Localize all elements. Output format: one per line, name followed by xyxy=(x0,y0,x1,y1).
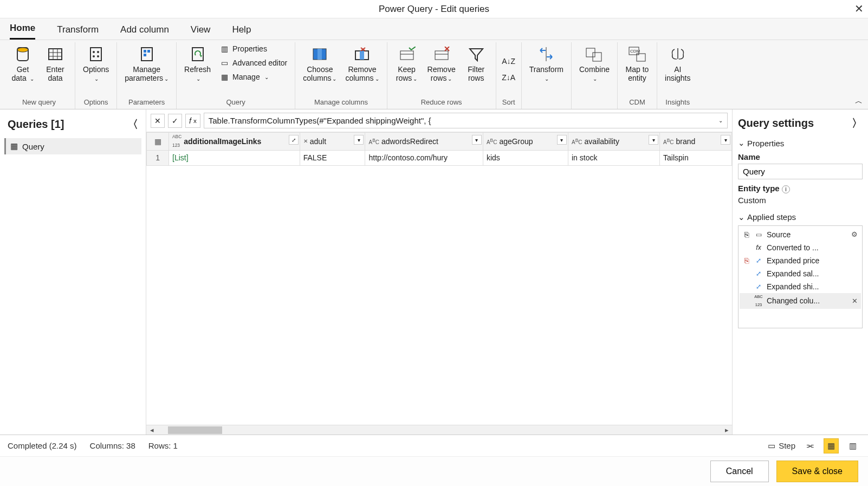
diagram-view-button[interactable]: ⫘ xyxy=(802,438,817,453)
type-any-icon: ABC123 xyxy=(754,295,763,307)
chevron-down-icon: ⌄ xyxy=(738,212,745,222)
combine-icon xyxy=(585,44,604,64)
info-icon[interactable]: i xyxy=(782,185,790,193)
enter-data-button[interactable]: Enterdata xyxy=(40,42,70,85)
data-grid: ▦ ABC123 additionalImageLinks ⤢ ✕ adult … xyxy=(146,132,732,166)
advanced-editor-button[interactable]: ▭Advanced editor xyxy=(216,56,290,69)
sort-asc-button[interactable]: A↓Z xyxy=(501,55,517,68)
step-expanded-shi[interactable]: ⤢ Expanded shi... xyxy=(740,280,861,293)
query-name-input[interactable] xyxy=(738,164,863,179)
column-header[interactable]: ABC123 additionalImageLinks ⤢ xyxy=(169,133,300,151)
manage-parameters-label: Manageparameters xyxy=(125,65,163,82)
query-item[interactable]: ▦ Query xyxy=(4,138,141,154)
horizontal-scrollbar[interactable]: ◂ ▸ xyxy=(146,425,732,435)
column-header[interactable]: ABC adwordsRedirect ▾ xyxy=(365,133,483,151)
column-header[interactable]: ABC brand ▾ xyxy=(660,133,732,151)
ai-insights-button[interactable]: AIinsights xyxy=(662,42,694,85)
choose-columns-button[interactable]: Choosecolumns⌄ xyxy=(300,42,340,85)
column-header[interactable]: ABC ageGroup ▾ xyxy=(483,133,568,151)
cancel-formula-button[interactable]: ✕ xyxy=(151,114,165,128)
collapse-queries-icon[interactable]: 〈 xyxy=(127,117,138,132)
column-header[interactable]: ✕ adult ▾ xyxy=(300,133,365,151)
commit-formula-button[interactable]: ✓ xyxy=(168,114,182,128)
options-button[interactable]: Options⌄ xyxy=(80,42,112,85)
expand-icon[interactable]: ⤢ xyxy=(289,135,299,145)
close-icon[interactable]: ✕ xyxy=(854,2,864,15)
options-label: Options xyxy=(83,65,109,74)
step-expanded-sal[interactable]: ⤢ Expanded sal... xyxy=(740,267,861,280)
type-text-icon: ABC xyxy=(368,138,379,145)
applied-steps-section[interactable]: ⌄Applied steps xyxy=(738,212,863,222)
schema-view-button[interactable]: ▥ xyxy=(845,438,860,453)
transform-button[interactable]: Transform⌄ xyxy=(526,42,567,85)
refresh-button[interactable]: Refresh⌄ xyxy=(181,42,214,85)
cancel-button[interactable]: Cancel xyxy=(710,461,769,482)
combine-button[interactable]: Combine⌄ xyxy=(576,42,613,85)
database-icon xyxy=(13,44,33,64)
settings-chevron-icon[interactable]: 〉 xyxy=(852,116,863,131)
step-indicator[interactable]: ▭Step xyxy=(768,441,795,451)
cell[interactable]: http://contoso.com/hury xyxy=(365,150,483,165)
type-text-icon: ABC xyxy=(572,138,582,145)
json-icon: ▭ xyxy=(754,231,763,238)
scroll-right-icon[interactable]: ▸ xyxy=(722,426,731,434)
table-row[interactable]: 1 [List] FALSE http://contoso.com/hury k… xyxy=(147,150,732,165)
filter-dropdown-icon[interactable]: ▾ xyxy=(649,135,658,145)
step-converted[interactable]: fx Converted to ... xyxy=(740,241,861,254)
keep-rows-button[interactable]: Keeprows⌄ xyxy=(392,42,422,85)
save-close-button[interactable]: Save & close xyxy=(776,461,858,482)
chevron-down-icon: ⌄ xyxy=(30,76,34,82)
chevron-down-icon: ⌄ xyxy=(264,74,269,80)
cell[interactable]: FALSE xyxy=(300,150,365,165)
sort-desc-button[interactable]: Z↓A xyxy=(501,71,517,84)
collapse-ribbon-icon[interactable]: ︿ xyxy=(855,96,863,106)
title-bar: Power Query - Edit queries ✕ xyxy=(0,0,868,18)
filter-dropdown-icon[interactable]: ▾ xyxy=(354,135,364,145)
remove-rows-button[interactable]: Removerows⌄ xyxy=(424,42,459,85)
delete-step-icon[interactable]: ✕ xyxy=(852,297,858,305)
svg-rect-13 xyxy=(144,50,146,53)
step-source[interactable]: ⎘ ▭ Source ⚙ xyxy=(740,228,861,241)
grid-view-button[interactable]: ▦ xyxy=(824,438,839,453)
tab-help[interactable]: Help xyxy=(232,21,251,40)
tab-add-column[interactable]: Add column xyxy=(120,21,169,40)
remove-columns-button[interactable]: Removecolumns⌄ xyxy=(342,42,382,85)
manage-button[interactable]: ▦Manage ⌄ xyxy=(216,70,290,83)
keep-rows-icon xyxy=(397,44,417,64)
svg-point-8 xyxy=(93,51,95,53)
svg-marker-30 xyxy=(470,49,483,61)
svg-rect-16 xyxy=(192,48,203,61)
status-columns: Columns: 38 xyxy=(90,441,135,450)
get-data-button[interactable]: Getdata ⌄ xyxy=(8,42,38,85)
filter-rows-button[interactable]: Filterrows xyxy=(461,42,491,85)
map-to-entity-button[interactable]: CDM Map toentity xyxy=(622,42,652,85)
formula-bar[interactable]: Table.TransformColumnTypes(#"Expanded sh… xyxy=(204,113,728,128)
tab-view[interactable]: View xyxy=(191,21,211,40)
scroll-left-icon[interactable]: ◂ xyxy=(147,426,156,434)
step-changed-column[interactable]: ABC123 Changed colu... ✕ xyxy=(740,293,861,309)
filter-dropdown-icon[interactable]: ▾ xyxy=(557,135,567,145)
filter-dropdown-icon[interactable]: ▾ xyxy=(721,135,730,145)
scrollbar-thumb[interactable] xyxy=(168,426,222,434)
properties-button[interactable]: ▥Properties xyxy=(216,42,290,55)
select-all-corner[interactable]: ▦ xyxy=(147,133,169,151)
grid-icon: ▦ xyxy=(219,72,229,82)
column-header[interactable]: ABC availability ▾ xyxy=(568,133,659,151)
chevron-down-icon[interactable]: ⌄ xyxy=(718,118,723,124)
options-icon xyxy=(86,44,106,64)
cell[interactable]: in stock xyxy=(568,150,659,165)
cell[interactable]: Tailspin xyxy=(660,150,732,165)
cell[interactable]: kids xyxy=(483,150,568,165)
step-expanded-price[interactable]: ⎘ ⤢ Expanded price xyxy=(740,254,861,267)
properties-section[interactable]: ⌄Properties xyxy=(738,138,863,148)
gear-icon[interactable]: ⚙ xyxy=(851,230,858,238)
tab-transform[interactable]: Transform xyxy=(57,21,99,40)
filter-dropdown-icon[interactable]: ▾ xyxy=(472,135,482,145)
manage-parameters-button[interactable]: Manageparameters⌄ xyxy=(121,42,172,85)
dialog-footer: Cancel Save & close xyxy=(0,456,868,486)
tab-home[interactable]: Home xyxy=(10,20,35,40)
status-rows: Rows: 1 xyxy=(148,441,178,450)
query-item-label: Query xyxy=(22,142,44,151)
svg-point-11 xyxy=(97,55,99,57)
cell[interactable]: [List] xyxy=(169,150,300,165)
